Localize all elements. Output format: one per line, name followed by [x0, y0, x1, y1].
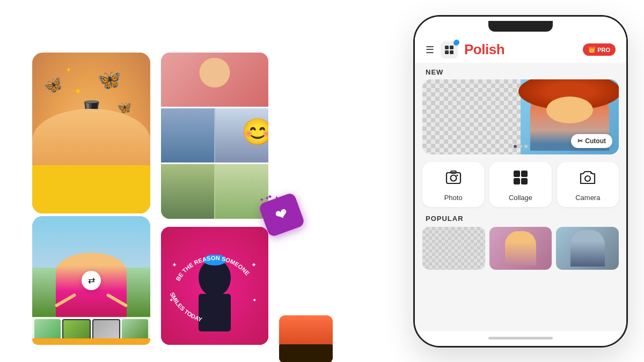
- photo-woman-butterflies: 🦋 🦋 🦋 🦋 ✦ ✦ 🎩: [32, 53, 150, 213]
- photo-couple-collage: 😊: [161, 53, 268, 219]
- svg-rect-18: [514, 171, 520, 177]
- collage-label: Collage: [509, 194, 532, 202]
- camera-icon: [580, 169, 596, 189]
- svg-rect-1: [199, 294, 231, 331]
- action-collage[interactable]: Collage: [489, 162, 551, 207]
- photo-icon: [445, 169, 462, 189]
- svg-rect-13: [450, 50, 453, 54]
- orange-bar: [32, 338, 150, 345]
- sparkle-2-icon: ✦: [65, 65, 72, 74]
- svg-text:SMILES TODAY: SMILES TODAY: [169, 291, 203, 323]
- butterfly-1-icon: 🦋: [41, 74, 65, 97]
- hamburger-icon[interactable]: ☰: [426, 44, 434, 56]
- couple-cell-top: [161, 53, 268, 107]
- svg-text:✦: ✦: [169, 297, 173, 303]
- svg-rect-21: [521, 178, 528, 184]
- phone-notch: [415, 17, 626, 36]
- action-camera[interactable]: Camera: [557, 162, 619, 207]
- heart-badge: ❤ ✦ ✦: [263, 197, 306, 240]
- popular-thumb-1[interactable]: [422, 227, 485, 270]
- cutout-button[interactable]: ✂ Cutout: [571, 134, 612, 148]
- svg-rect-19: [521, 171, 528, 177]
- dot-1: [514, 145, 517, 148]
- app-header: ☰ Polish 👑 PRO: [415, 36, 626, 63]
- pro-label: PRO: [597, 47, 610, 53]
- couple-cell-bottom: [161, 164, 268, 218]
- new-section-label: NEW: [415, 63, 626, 79]
- gallery-icon-svg: [444, 45, 454, 55]
- svg-rect-14: [447, 173, 460, 183]
- face: [546, 97, 594, 123]
- app-title: Polish: [464, 41, 576, 58]
- curved-text-svg: BE THE REASON SOMEONE SMILES TODAY ✦ ✦ ✦…: [161, 227, 268, 345]
- banner-dots: [514, 145, 528, 148]
- smiley-icon: 😊: [241, 117, 268, 147]
- popular-thumb-3[interactable]: [556, 227, 619, 270]
- photo-label: Photo: [444, 194, 463, 202]
- photo-sunset: [279, 315, 333, 363]
- photo-pink-text: BE THE REASON SOMEONE SMILES TODAY ✦ ✦ ✦…: [161, 227, 268, 345]
- camera-label: Camera: [575, 194, 600, 202]
- photo-woman-field: ⇄: [32, 216, 150, 345]
- home-indicator: [488, 337, 553, 339]
- popular-grid: [415, 227, 626, 270]
- gallery-icon-btn[interactable]: [441, 41, 458, 58]
- app-title-bold: Polish: [464, 41, 504, 57]
- svg-point-17: [456, 174, 458, 176]
- svg-rect-12: [445, 50, 449, 54]
- action-photo[interactable]: Photo: [422, 162, 484, 207]
- collage-icon: [513, 169, 529, 189]
- phone-mockup: ☰ Polish 👑 PRO: [413, 15, 628, 348]
- svg-rect-11: [450, 46, 453, 49]
- dot-3: [524, 145, 528, 148]
- svg-point-23: [585, 176, 590, 181]
- butterfly-2-icon: 🦋: [97, 69, 121, 91]
- popular-thumb-2[interactable]: [489, 227, 552, 270]
- svg-rect-20: [514, 178, 520, 184]
- left-collage-area: 🦋 🦋 🦋 🦋 ✦ ✦ 🎩: [32, 26, 343, 337]
- svg-text:✦: ✦: [251, 261, 257, 269]
- sparkle-1-icon: ✦: [74, 85, 83, 98]
- scissors-icon: ✂: [577, 137, 583, 145]
- notification-dot: [454, 40, 459, 45]
- cutout-label: Cutout: [585, 137, 606, 145]
- svg-point-15: [450, 175, 456, 181]
- svg-rect-10: [445, 46, 449, 49]
- dot-2: [519, 145, 522, 148]
- main-container: 🦋 🦋 🦋 🦋 ✦ ✦ 🎩: [0, 0, 644, 362]
- pro-badge[interactable]: 👑 PRO: [583, 43, 616, 56]
- cutout-banner[interactable]: ✂ Cutout: [422, 79, 619, 154]
- quick-actions: Photo Collage: [415, 160, 626, 212]
- popular-section-label: POPULAR: [415, 212, 626, 227]
- svg-text:✦: ✦: [252, 297, 257, 303]
- crown-icon: 👑: [588, 46, 596, 53]
- home-indicator-area: [415, 331, 626, 346]
- phone-content: ☰ Polish 👑 PRO: [415, 36, 626, 331]
- heart-badge-inner: ❤: [258, 191, 305, 237]
- convert-icon[interactable]: ⇄: [82, 271, 101, 290]
- svg-text:✦: ✦: [172, 261, 177, 269]
- notch-bar: [488, 21, 553, 32]
- cutout-checker: [422, 79, 521, 154]
